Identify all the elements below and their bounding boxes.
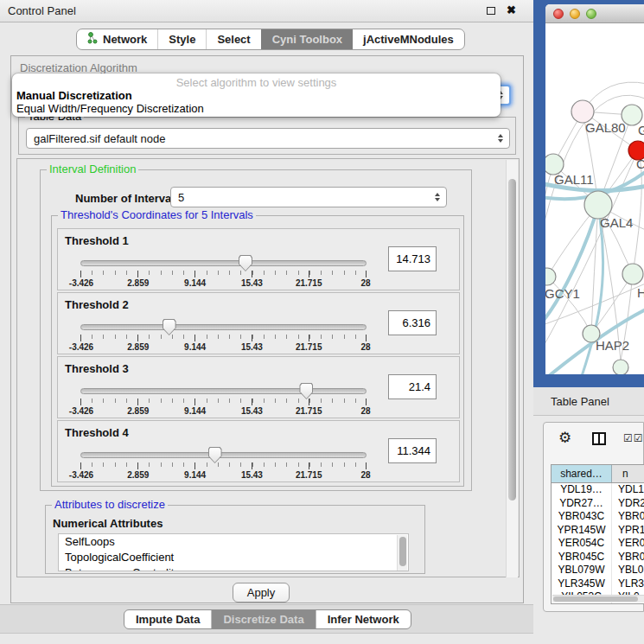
slider-thumb[interactable] [163, 319, 176, 335]
apply-button[interactable]: Apply [233, 583, 290, 603]
float-window-icon[interactable] [487, 7, 495, 15]
tab-impute-data[interactable]: Impute Data [124, 610, 211, 628]
mac-zoom-button[interactable] [586, 9, 596, 19]
node-label: GAL4 [600, 215, 633, 230]
cell-name[interactable]: YBL0 [612, 564, 644, 577]
mac-minimize-button[interactable] [570, 9, 580, 19]
tick-label: 2.859 [120, 406, 156, 416]
threshold-1-slider[interactable]: -3.426 2.859 9.144 15.43 21.715 28 [80, 258, 367, 288]
slider-major-ticks [80, 399, 367, 405]
list-item[interactable]: SelfLoops [59, 534, 408, 550]
cell-name[interactable]: YLR3 [612, 577, 644, 591]
table-row[interactable]: YER054CYER0 [552, 537, 644, 551]
number-of-intervals-combobox[interactable]: 5 [170, 187, 447, 207]
table-data-combobox[interactable]: galFiltered.sif default node [26, 128, 510, 149]
cell-shared[interactable]: YER054C [552, 537, 612, 551]
cell-name[interactable]: YDR2 [612, 497, 644, 511]
slider-thumb[interactable] [299, 383, 313, 399]
settings-vertical-scrollbar[interactable] [506, 160, 518, 577]
scrollbar-thumb[interactable] [553, 596, 638, 602]
cell-name[interactable]: YBR0 [612, 510, 644, 524]
network-view-window[interactable]: GAL80 G C GAL11 GAL4 GCY1 H HAP2 [545, 4, 644, 374]
slider-track[interactable] [80, 324, 367, 330]
table-row[interactable]: YDL19…YDL1 [552, 483, 644, 497]
table-row[interactable]: YBL079WYBL0 [552, 564, 644, 577]
scrollbar-thumb[interactable] [508, 179, 516, 501]
close-icon[interactable]: ✖ [507, 3, 516, 16]
tab-cyni-toolbox[interactable]: Cyni Toolbox [261, 29, 353, 49]
select-columns-icon[interactable]: ☑☑ [623, 432, 644, 444]
control-panel-title: Control Panel [8, 4, 76, 17]
tick-label: 9.144 [177, 406, 214, 416]
threshold-3-box: Threshold 3 -3.426 2.859 9.144 [57, 356, 460, 418]
slider-thumb[interactable] [239, 255, 252, 271]
cell-shared[interactable]: YDR27… [552, 497, 612, 511]
slider-major-ticks [80, 271, 367, 277]
tick-label: 21.715 [290, 406, 327, 416]
threshold-2-value-field[interactable]: 6.316 [388, 310, 437, 335]
threshold-4-value-field[interactable]: 11.344 [388, 438, 437, 463]
dropdown-option-manual-discretization[interactable]: Manual Discretization [16, 89, 132, 102]
slider-tick-labels: -3.426 2.859 9.144 15.43 21.715 28 [63, 342, 384, 352]
slider-thumb[interactable] [208, 447, 222, 463]
table-row[interactable]: YPR145WYPR1 [552, 524, 644, 538]
network-nodes[interactable] [545, 100, 644, 374]
tab-jactivemnodules[interactable]: jActiveMNodules [353, 29, 464, 49]
screen: Control Panel ✖ Network Style [0, 0, 644, 644]
slider-track[interactable] [80, 388, 367, 394]
network-canvas[interactable]: GAL80 G C GAL11 GAL4 GCY1 H HAP2 [545, 23, 644, 374]
gear-icon[interactable]: ⚙ [558, 429, 571, 447]
cell-name[interactable]: YER0 [612, 537, 644, 551]
node[interactable] [613, 360, 628, 374]
scrollbar-thumb[interactable] [399, 537, 406, 566]
cell-shared[interactable]: YBL079W [552, 564, 612, 577]
table-row[interactable]: YBR045CYBR0 [552, 551, 644, 564]
threshold-3-slider[interactable]: -3.426 2.859 9.144 15.43 21.715 28 [80, 386, 367, 416]
thresholds-group-title: Threshold's Coordinates for 5 Intervals [58, 208, 256, 221]
split-columns-icon[interactable] [592, 432, 606, 445]
cell-name[interactable]: YPR1 [612, 524, 644, 538]
tick-label: 21.715 [290, 470, 327, 480]
node-gcy1[interactable] [545, 268, 556, 285]
cell-shared[interactable]: YLR345W [552, 577, 612, 591]
thresholds-group: Threshold's Coordinates for 5 Intervals … [51, 215, 464, 487]
combo-spinner-icon [435, 193, 440, 201]
table-header-row: shared… n [552, 465, 644, 483]
tab-label: jActiveMNodules [363, 33, 454, 46]
threshold-1-box: Threshold 1 -3.426 2.859 9.144 [57, 228, 460, 290]
column-header-name[interactable]: n [612, 465, 644, 482]
list-item[interactable]: BetweennessCentrality [59, 565, 408, 571]
number-of-intervals-value: 5 [178, 191, 184, 204]
cell-shared[interactable]: YDL19… [552, 483, 612, 497]
cell-name[interactable]: YDL1 [612, 483, 644, 497]
threshold-3-value-field[interactable]: 21.4 [388, 374, 437, 399]
cell-shared[interactable]: YBR043C [552, 510, 612, 524]
tab-infer-network[interactable]: Infer Network [316, 610, 411, 628]
tab-select[interactable]: Select [206, 29, 260, 49]
network-window-titlebar[interactable] [545, 4, 644, 23]
slider-track[interactable] [80, 452, 367, 458]
cell-shared[interactable]: YBR045C [552, 551, 612, 564]
threshold-4-slider[interactable]: -3.426 2.859 9.144 15.43 21.715 28 [80, 450, 367, 480]
list-item[interactable]: TopologicalCoefficient [59, 550, 408, 565]
threshold-1-value-field[interactable]: 14.713 [388, 246, 437, 271]
node[interactable] [622, 264, 643, 284]
slider-track[interactable] [80, 260, 367, 266]
tab-style[interactable]: Style [157, 29, 206, 49]
interval-definition-group: Interval Definition Number of Intervals … [40, 169, 472, 491]
attributes-list-scrollbar[interactable] [397, 535, 407, 571]
table-row[interactable]: YDR27…YDR2 [552, 497, 644, 511]
network-icon [87, 32, 98, 47]
tab-discretize-data[interactable]: Discretize Data [211, 610, 315, 628]
cell-name[interactable]: YBR0 [612, 551, 644, 564]
cell-shared[interactable]: YPR145W [552, 524, 612, 538]
table-horizontal-scrollbar[interactable] [552, 595, 644, 603]
mac-close-button[interactable] [553, 9, 564, 19]
table-row[interactable]: YLR345WYLR3 [552, 577, 644, 591]
column-header-shared-name[interactable]: shared… [552, 465, 612, 482]
dropdown-option-equal-width-frequency[interactable]: Equal Width/Frequency Discretization [16, 102, 204, 115]
table-row[interactable]: YBR043CYBR0 [552, 510, 644, 524]
tick-label: 15.43 [233, 278, 270, 288]
threshold-2-slider[interactable]: -3.426 2.859 9.144 15.43 21.715 28 [80, 322, 367, 352]
tab-network[interactable]: Network [77, 29, 157, 49]
